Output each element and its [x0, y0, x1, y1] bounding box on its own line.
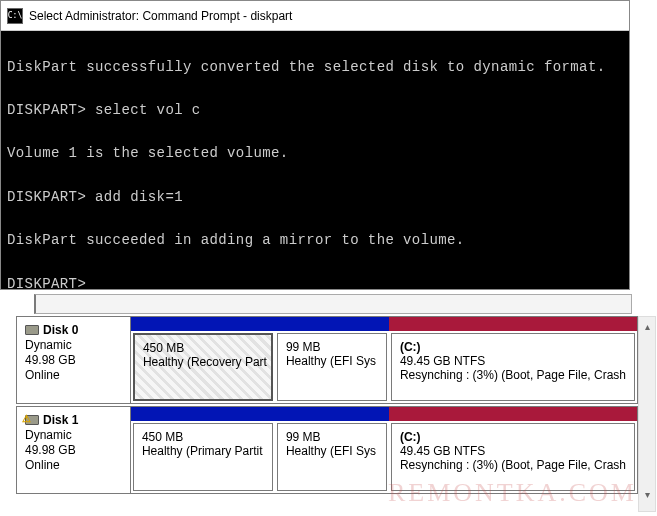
disk0-type: Dynamic — [25, 338, 122, 352]
dm-list-header-scroll[interactable] — [34, 294, 632, 314]
cmd-line: DiskPart succeeded in adding a mirror to… — [7, 232, 465, 248]
disk1-info: Disk 1 Dynamic 49.98 GB Online — [17, 407, 131, 493]
partition-health: Resynching : (3%) (Boot, Page File, Cras… — [400, 368, 626, 382]
partition-header-stripe — [275, 407, 389, 421]
cmd-icon: C:\ — [7, 8, 23, 24]
partition-header-stripe — [275, 317, 389, 331]
disk1-partition-efi[interactable]: 99 MB Healthy (EFI Sys — [277, 423, 387, 491]
partition-size: 49.45 GB NTFS — [400, 444, 626, 458]
partition-label: (C:) — [400, 430, 626, 444]
partition-health: Healthy (Recovery Part — [143, 355, 263, 369]
vertical-scrollbar[interactable]: ▴ ▾ — [638, 316, 656, 512]
disk-drive-warning-icon — [25, 415, 39, 425]
command-prompt-window: C:\ Select Administrator: Command Prompt… — [0, 0, 630, 290]
partition-size: 49.45 GB NTFS — [400, 354, 626, 368]
partition-header-stripe — [389, 317, 637, 331]
disk0-partitions: 450 MB Healthy (Recovery Part 99 MB Heal… — [131, 317, 637, 403]
partition-size: 99 MB — [286, 340, 378, 354]
partition-health: Healthy (Primary Partit — [142, 444, 264, 458]
cmd-console-output[interactable]: DiskPart successfully converted the sele… — [1, 31, 629, 289]
disk0-partition-recovery[interactable]: 450 MB Healthy (Recovery Part — [133, 333, 273, 401]
partition-header-stripe — [131, 407, 275, 421]
partition-header-stripe — [389, 407, 637, 421]
partition-health: Healthy (EFI Sys — [286, 444, 378, 458]
disk0-partition-efi[interactable]: 99 MB Healthy (EFI Sys — [277, 333, 387, 401]
disk1-size: 49.98 GB — [25, 443, 122, 457]
cmd-titlebar[interactable]: C:\ Select Administrator: Command Prompt… — [1, 1, 629, 31]
disk1-status: Online — [25, 458, 122, 472]
partition-health: Healthy (EFI Sys — [286, 354, 378, 368]
cmd-line: DISKPART> — [7, 276, 86, 292]
disk0-name: Disk 0 — [43, 323, 78, 337]
scroll-up-icon[interactable]: ▴ — [639, 317, 655, 335]
disk1-partition-primary[interactable]: 450 MB Healthy (Primary Partit — [133, 423, 273, 491]
cmd-window-title: Select Administrator: Command Prompt - d… — [29, 9, 292, 23]
partition-label: (C:) — [400, 340, 626, 354]
cmd-line: DISKPART> select vol c — [7, 102, 201, 118]
partition-header-stripe — [131, 317, 275, 331]
disk-drive-icon — [25, 325, 39, 335]
partition-health: Resynching : (3%) (Boot, Page File, Cras… — [400, 458, 626, 472]
partition-size: 450 MB — [143, 341, 263, 355]
disk0-info: Disk 0 Dynamic 49.98 GB Online — [17, 317, 131, 403]
disk0-partition-c[interactable]: (C:) 49.45 GB NTFS Resynching : (3%) (Bo… — [391, 333, 635, 401]
disk1-name: Disk 1 — [43, 413, 78, 427]
partition-size: 450 MB — [142, 430, 264, 444]
partition-size: 99 MB — [286, 430, 378, 444]
disk1-type: Dynamic — [25, 428, 122, 442]
cmd-line: DISKPART> add disk=1 — [7, 189, 183, 205]
disk-row-0[interactable]: Disk 0 Dynamic 49.98 GB Online 450 MB He… — [16, 316, 638, 404]
disk0-status: Online — [25, 368, 122, 382]
disk-management-panel: ▴ ▾ Disk 0 Dynamic 49.98 GB Online 450 M… — [16, 294, 656, 494]
cmd-line: Volume 1 is the selected volume. — [7, 145, 289, 161]
disk0-size: 49.98 GB — [25, 353, 122, 367]
scroll-down-icon[interactable]: ▾ — [639, 485, 655, 503]
watermark-text: REMONTKA.COM — [388, 478, 637, 508]
cmd-line: DiskPart successfully converted the sele… — [7, 59, 606, 75]
